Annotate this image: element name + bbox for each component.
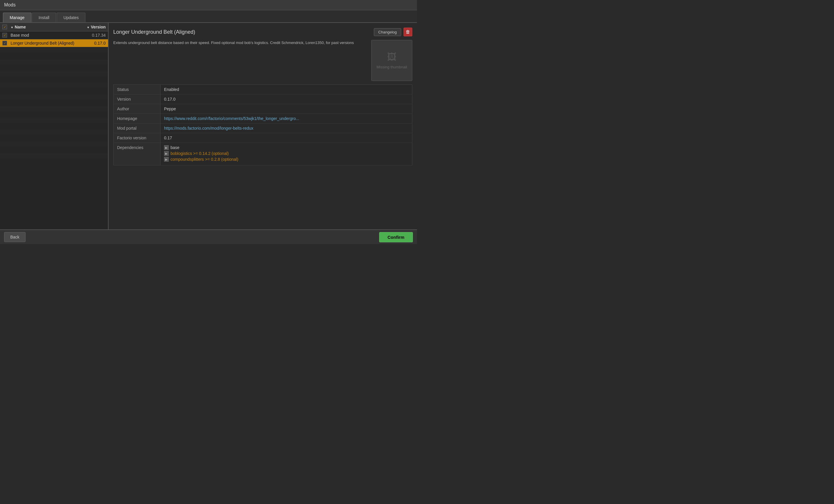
status-value: Enabled	[160, 85, 412, 94]
info-row-status: Status Enabled	[114, 85, 412, 94]
table-header: ▼Name ▼Version	[0, 23, 108, 31]
back-button[interactable]: Back	[4, 232, 25, 242]
modportal-link[interactable]: https://mods.factorio.com/mod/longer-bel…	[164, 126, 253, 131]
dep-name-boblogistics[interactable]: boblogistics >= 0.14.2 (optional)	[171, 151, 228, 156]
dep-name-base: base	[171, 145, 179, 150]
mod-detail-panel: Longer Underground Belt (Aligned) Change…	[109, 23, 417, 229]
longer-belts-mod-version: 0.17.0	[82, 41, 106, 45]
homepage-value[interactable]: https://www.reddit.com/r/factorio/commen…	[160, 114, 412, 124]
title-bar: Mods	[0, 0, 417, 10]
tab-install[interactable]: Install	[32, 13, 56, 22]
mod-description: Extends underground belt distance based …	[113, 40, 367, 46]
image-placeholder-icon: 🖼	[387, 52, 396, 63]
status-label: Status	[114, 85, 160, 94]
mod-list-panel: ▼Name ▼Version Base mod 0.17.34 Longer U…	[0, 23, 109, 229]
description-row: Extends underground belt distance based …	[113, 40, 412, 81]
version-label: Version	[114, 94, 160, 104]
longer-belts-checkbox[interactable]	[2, 41, 7, 45]
mod-row-longer-belts[interactable]: Longer Underground Belt (Aligned) 0.17.0	[0, 39, 108, 47]
mod-thumbnail: 🖼 Missing thumbnail	[371, 40, 412, 81]
trash-icon: 🗑	[405, 29, 410, 35]
bottom-bar: Back Confirm	[0, 229, 417, 244]
dep-icon-boblogistics: ▶	[164, 151, 169, 156]
select-all-checkbox[interactable]	[2, 25, 7, 29]
base-mod-name: Base mod	[10, 33, 82, 38]
detail-mod-title: Longer Underground Belt (Aligned)	[113, 29, 195, 35]
dep-icon-base: ▶	[164, 145, 169, 150]
mod-info-table: Status Enabled Version 0.17.0 Author Pep…	[113, 85, 412, 166]
dep-icon-compoundsplitters: ▶	[164, 157, 169, 162]
modportal-value[interactable]: https://mods.factorio.com/mod/longer-bel…	[160, 124, 412, 133]
dep-row-base: ▶ base	[164, 145, 409, 150]
info-row-factorio-version: Factorio version 0.17	[114, 133, 412, 143]
delete-mod-button[interactable]: 🗑	[403, 27, 412, 36]
factorio-version-value: 0.17	[160, 133, 412, 143]
tab-manage[interactable]: Manage	[3, 13, 31, 22]
dep-name-compoundsplitters[interactable]: compoundsplitters >= 0.2.8 (optional)	[171, 157, 238, 162]
modportal-label: Mod portal	[114, 124, 160, 133]
author-value: Peppe	[160, 104, 412, 114]
author-label: Author	[114, 104, 160, 114]
homepage-label: Homepage	[114, 114, 160, 124]
mod-row-base[interactable]: Base mod 0.17.34	[0, 31, 108, 39]
confirm-button[interactable]: Confirm	[379, 232, 413, 242]
info-row-dependencies: Dependencies ▶ base ▶ boblogistics >= 0.…	[114, 143, 412, 166]
empty-list-area	[0, 47, 108, 165]
name-column-header: ▼Name	[10, 25, 82, 29]
detail-header: Longer Underground Belt (Aligned) Change…	[113, 27, 412, 36]
mod-list: Base mod 0.17.34 Longer Underground Belt…	[0, 31, 108, 229]
info-row-modportal: Mod portal https://mods.factorio.com/mod…	[114, 124, 412, 133]
version-column-header: ▼Version	[82, 25, 106, 29]
header-actions: Changelog 🗑	[374, 27, 412, 36]
tabs-bar: Manage Install Updates	[0, 10, 417, 23]
factorio-version-label: Factorio version	[114, 133, 160, 143]
changelog-button[interactable]: Changelog	[374, 28, 401, 36]
longer-belts-mod-name: Longer Underground Belt (Aligned)	[10, 41, 82, 45]
version-value: 0.17.0	[160, 94, 412, 104]
base-mod-version: 0.17.34	[82, 33, 106, 38]
window-title: Mods	[4, 2, 16, 7]
tab-updates[interactable]: Updates	[57, 13, 85, 22]
dep-row-compoundsplitters: ▶ compoundsplitters >= 0.2.8 (optional)	[164, 157, 409, 162]
dependencies-value: ▶ base ▶ boblogistics >= 0.14.2 (optiona…	[160, 143, 412, 166]
dependencies-label: Dependencies	[114, 143, 160, 166]
thumbnail-label: Missing thumbnail	[376, 65, 407, 69]
info-row-homepage: Homepage https://www.reddit.com/r/factor…	[114, 114, 412, 124]
base-mod-checkbox[interactable]	[2, 33, 7, 38]
homepage-link[interactable]: https://www.reddit.com/r/factorio/commen…	[164, 116, 299, 121]
info-row-author: Author Peppe	[114, 104, 412, 114]
info-row-version: Version 0.17.0	[114, 94, 412, 104]
dep-row-boblogistics: ▶ boblogistics >= 0.14.2 (optional)	[164, 151, 409, 156]
